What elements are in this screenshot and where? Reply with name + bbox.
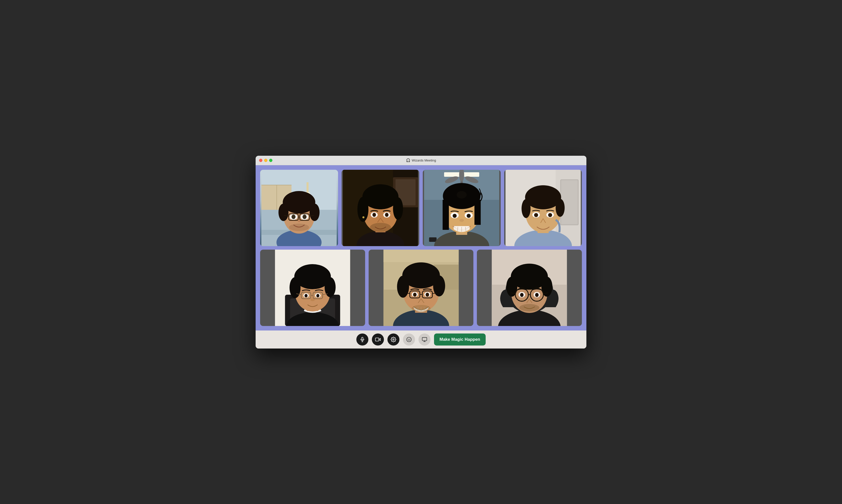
- svg-point-126: [411, 305, 431, 312]
- close-button[interactable]: [259, 159, 262, 162]
- svg-point-61: [459, 219, 464, 222]
- svg-point-23: [297, 220, 300, 222]
- camera-button[interactable]: [372, 334, 384, 345]
- svg-rect-155: [422, 337, 427, 341]
- svg-marker-149: [379, 338, 380, 341]
- svg-rect-150: [375, 338, 379, 341]
- window-title: Wizards Meeting: [412, 159, 436, 162]
- participant-4-video: [504, 170, 582, 246]
- emoji-icon: [406, 337, 412, 342]
- window-title-area: 🎧 Wizards Meeting: [406, 158, 436, 162]
- svg-point-56: [457, 191, 467, 199]
- svg-point-143: [520, 293, 524, 297]
- svg-point-100: [310, 298, 315, 301]
- video-cell-7: [477, 250, 582, 326]
- video-row-bottom: [260, 250, 582, 326]
- make-magic-happen-button[interactable]: Make Magic Happen: [434, 334, 486, 345]
- settings-icon: [391, 337, 396, 342]
- svg-point-151: [393, 339, 394, 340]
- svg-point-122: [426, 293, 429, 297]
- traffic-lights: [259, 159, 272, 162]
- svg-point-16: [291, 215, 295, 219]
- title-bar: 🎧 Wizards Meeting: [256, 156, 586, 165]
- video-cell-5: [260, 250, 365, 326]
- screen-share-button[interactable]: [418, 334, 431, 345]
- svg-point-59: [452, 214, 457, 218]
- svg-rect-54: [443, 200, 449, 230]
- participant-7-video: [477, 250, 582, 326]
- emoji-button[interactable]: [403, 334, 415, 345]
- maximize-button[interactable]: [269, 159, 272, 162]
- minimize-button[interactable]: [264, 159, 268, 162]
- svg-point-60: [467, 214, 470, 218]
- video-cell-1: [260, 170, 338, 246]
- video-cell-6: [368, 250, 474, 326]
- svg-rect-146: [362, 337, 363, 340]
- svg-point-35: [362, 216, 364, 218]
- svg-point-144: [535, 293, 539, 297]
- video-cell-2: [342, 170, 419, 246]
- svg-point-38: [372, 213, 376, 217]
- settings-button[interactable]: [388, 334, 399, 345]
- video-row-top: [260, 170, 582, 246]
- svg-point-99: [316, 294, 319, 298]
- svg-point-121: [413, 293, 416, 297]
- svg-point-24: [289, 223, 309, 231]
- participant-6-video: [368, 250, 474, 326]
- svg-point-40: [370, 223, 391, 232]
- main-content: [256, 165, 586, 330]
- svg-rect-55: [475, 200, 481, 225]
- svg-point-12: [278, 203, 289, 221]
- camera-icon: [375, 337, 381, 342]
- participant-3-video: [423, 170, 501, 246]
- mic-icon: [360, 337, 365, 342]
- svg-rect-5: [307, 182, 308, 192]
- video-grid: [260, 170, 582, 326]
- video-cell-4: [504, 170, 582, 246]
- video-cell-3: [423, 170, 501, 246]
- svg-point-152: [407, 337, 411, 342]
- svg-point-145: [519, 304, 539, 311]
- mac-window: 🎧 Wizards Meeting: [256, 156, 586, 348]
- participant-5-video: [260, 250, 365, 326]
- svg-point-72: [525, 185, 561, 209]
- toolbar: Make Magic Happen: [256, 330, 586, 348]
- svg-point-77: [534, 213, 538, 217]
- svg-point-109: [397, 276, 409, 298]
- participant-1-video: [260, 170, 338, 246]
- svg-point-87: [289, 277, 300, 298]
- screen-share-icon: [422, 337, 427, 342]
- participant-2-video: [342, 170, 419, 246]
- svg-point-74: [555, 199, 565, 217]
- svg-point-78: [548, 213, 552, 217]
- svg-point-39: [385, 213, 389, 217]
- svg-point-17: [303, 215, 307, 219]
- mic-button[interactable]: [356, 334, 368, 345]
- svg-point-34: [393, 197, 403, 220]
- svg-point-13: [309, 203, 320, 221]
- svg-rect-103: [383, 250, 459, 262]
- svg-point-73: [521, 199, 531, 218]
- svg-point-98: [305, 294, 308, 298]
- svg-rect-4: [276, 185, 277, 210]
- svg-rect-49: [429, 237, 436, 242]
- headphone-icon: 🎧: [406, 158, 410, 162]
- svg-point-113: [415, 267, 427, 277]
